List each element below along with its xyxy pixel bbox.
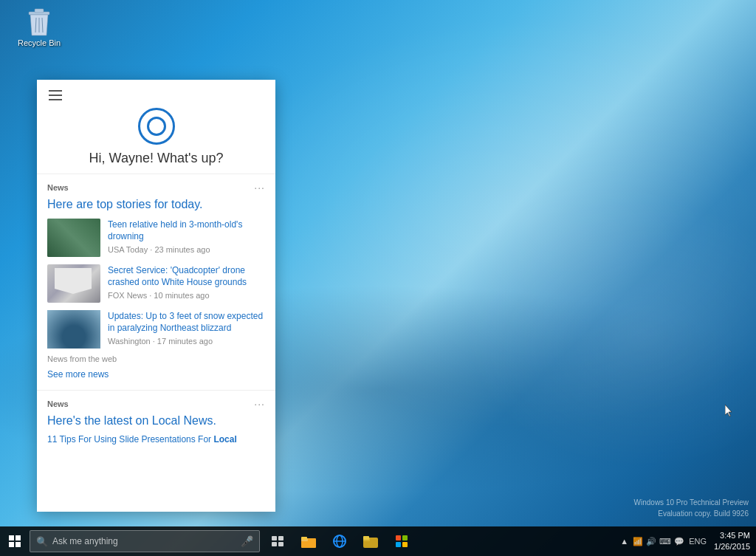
local-news-title-text: 11 Tips For Using Slide Presentations Fo… xyxy=(47,434,213,445)
start-icon xyxy=(9,535,21,547)
hamburger-button[interactable] xyxy=(47,89,63,102)
watermark-line1: Windows 10 Pro Technical Preview xyxy=(634,497,749,508)
news-item-1[interactable]: Teen relative held in 3-month-old's drow… xyxy=(47,219,265,257)
svg-rect-5 xyxy=(272,536,277,540)
news-title-2[interactable]: Secret Service: 'Quadcopter' drone crash… xyxy=(108,264,265,288)
start-button[interactable] xyxy=(0,526,30,556)
svg-rect-17 xyxy=(363,536,369,540)
system-tray: ▲ 📶 🔊 ⌨ 💬 ENG 3:45 PM 1/26/2015 xyxy=(620,530,756,553)
news-content-2: Secret Service: 'Quadcopter' drone crash… xyxy=(108,264,265,300)
mouse-cursor xyxy=(725,405,734,418)
news-source-3: Washington · 17 minutes ago xyxy=(108,337,265,346)
news-title-3[interactable]: Updates: Up to 3 feet of snow expected i… xyxy=(108,310,265,334)
clock[interactable]: 3:45 PM 1/26/2015 xyxy=(711,530,750,553)
watermark-line2: Evaluation copy. Build 9926 xyxy=(634,508,749,519)
svg-rect-21 xyxy=(402,542,408,547)
recycle-bin-graphic xyxy=(24,7,54,37)
news-source-1: USA Today · 23 minutes ago xyxy=(108,245,265,254)
file-explorer-button[interactable] xyxy=(294,526,323,556)
news-content-1: Teen relative held in 3-month-old's drow… xyxy=(108,219,265,254)
news-thumb-1 xyxy=(47,219,100,257)
folder-button[interactable] xyxy=(356,526,385,556)
svg-rect-6 xyxy=(278,536,284,540)
show-hidden-icons-button[interactable]: ▲ xyxy=(620,537,628,546)
news-card-2-header: News ··· xyxy=(47,398,265,410)
news-more-button-1[interactable]: ··· xyxy=(254,182,265,193)
svg-rect-1 xyxy=(35,9,44,13)
search-icon: 🔍 xyxy=(36,536,48,547)
svg-rect-7 xyxy=(272,542,277,546)
cortana-greeting: Hi, Wayne! What's up? xyxy=(89,151,224,166)
watermark: Windows 10 Pro Technical Preview Evaluat… xyxy=(634,497,749,519)
store-button[interactable] xyxy=(387,526,416,556)
news-label-2: News xyxy=(47,399,69,408)
svg-rect-20 xyxy=(396,542,401,547)
cortana-logo xyxy=(138,108,175,145)
cortana-logo-area: Hi, Wayne! What's up? xyxy=(37,102,275,174)
cortana-content[interactable]: News ··· Here are top stories for today.… xyxy=(37,174,275,512)
svg-rect-19 xyxy=(402,535,408,540)
internet-explorer-button[interactable] xyxy=(325,526,354,556)
local-news-highlight: Local xyxy=(213,434,236,445)
task-view-button[interactable] xyxy=(263,526,292,556)
recycle-bin-icon[interactable]: Recycle Bin xyxy=(13,7,65,47)
taskbar-apps xyxy=(263,526,416,556)
news-thumb-2 xyxy=(47,264,100,303)
news-item-2[interactable]: Secret Service: 'Quadcopter' drone crash… xyxy=(47,264,265,303)
local-news-item-1[interactable]: 11 Tips For Using Slide Presentations Fo… xyxy=(47,433,265,446)
tray-icons: 📶 🔊 ⌨ 💬 xyxy=(633,537,684,546)
keyboard-icon[interactable]: ⌨ xyxy=(659,537,671,546)
network-icon[interactable]: 📶 xyxy=(633,537,643,546)
language-indicator[interactable]: ENG xyxy=(689,537,707,546)
microphone-icon[interactable]: 🎤 xyxy=(241,535,253,547)
news-headline-1: Here are top stories for today. xyxy=(47,198,265,211)
see-more-news-link[interactable]: See more news xyxy=(47,369,109,380)
svg-rect-18 xyxy=(396,535,401,540)
clock-time: 3:45 PM xyxy=(720,530,750,541)
news-card-1: News ··· Here are top stories for today.… xyxy=(37,174,275,390)
news-card-1-header: News ··· xyxy=(47,182,265,193)
news-label-1: News xyxy=(47,183,69,192)
clock-date: 1/26/2015 xyxy=(714,541,750,552)
svg-rect-8 xyxy=(278,542,284,546)
volume-icon[interactable]: 🔊 xyxy=(646,537,656,546)
desktop: Recycle Bin Hi, Wayne! What's up? News ·… xyxy=(0,0,756,556)
news-content-3: Updates: Up to 3 feet of snow expected i… xyxy=(108,310,265,346)
search-placeholder: Ask me anything xyxy=(52,536,236,546)
cortana-search-bar[interactable]: 🔍 Ask me anything 🎤 xyxy=(30,530,260,552)
news-footer: News from the web xyxy=(47,354,265,363)
news-more-button-2[interactable]: ··· xyxy=(254,398,265,410)
local-news-headline: Here's the latest on Local News. xyxy=(47,414,265,428)
news-thumb-3 xyxy=(47,310,100,349)
news-source-2: FOX News · 10 minutes ago xyxy=(108,291,265,300)
action-center-icon[interactable]: 💬 xyxy=(674,537,684,546)
news-card-2: News ··· Here's the latest on Local News… xyxy=(37,390,275,453)
svg-rect-11 xyxy=(301,537,307,540)
taskbar: 🔍 Ask me anything 🎤 xyxy=(0,526,756,556)
cortana-header xyxy=(37,80,275,102)
news-title-1[interactable]: Teen relative held in 3-month-old's drow… xyxy=(108,219,265,242)
cortana-panel: Hi, Wayne! What's up? News ··· Here are … xyxy=(37,80,275,512)
news-item-3[interactable]: Updates: Up to 3 feet of snow expected i… xyxy=(47,310,265,349)
recycle-bin-label: Recycle Bin xyxy=(18,38,61,47)
